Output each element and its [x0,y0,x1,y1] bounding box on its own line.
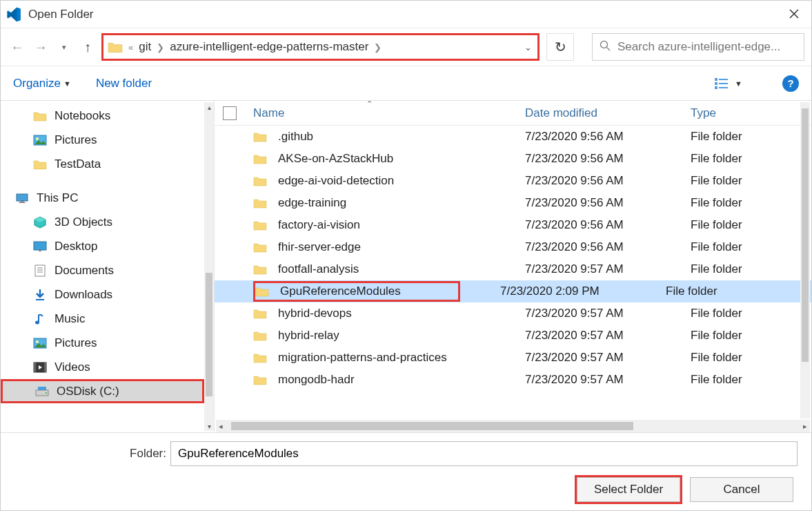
file-type: File folder [691,373,811,387]
select-all-checkbox[interactable] [223,106,237,120]
refresh-button[interactable]: ↻ [546,33,574,61]
svg-point-22 [36,340,39,343]
nav-item-videos[interactable]: Videos [1,355,204,379]
nav-item-3d-objects[interactable]: 3D Objects [1,210,204,234]
file-row[interactable]: factory-ai-vision7/23/2020 9:56 AMFile f… [215,214,811,236]
file-date: 7/23/2020 9:56 AM [525,152,691,166]
file-row[interactable]: mongodb-hadr7/23/2020 9:57 AMFile folder [215,369,811,391]
file-date: 7/23/2020 2:09 PM [500,285,666,298]
breadcrumb-part-0[interactable]: git [135,40,155,54]
scroll-left-icon[interactable]: ◂ [216,422,226,431]
svg-point-0 [601,41,608,48]
nav-item-label: 3D Objects [55,215,112,229]
file-name: fhir-server-edge [278,240,525,254]
file-row[interactable]: hybrid-relay7/23/2020 9:57 AMFile folder [215,325,811,347]
close-button[interactable] [782,3,806,25]
file-date: 7/23/2020 9:56 AM [525,130,691,144]
nav-item-documents[interactable]: Documents [1,258,204,282]
folder-icon [253,197,267,209]
file-name: factory-ai-vision [278,218,525,232]
select-folder-button[interactable]: Select Folder [577,477,680,502]
file-type: File folder [691,240,811,254]
nav-item-testdata[interactable]: TestData [1,152,204,176]
nav-row: ← → ▾ ↑ « git ❯ azure-intelligent-edge-p… [1,28,811,66]
organize-label: Organize [13,77,61,90]
svg-rect-25 [44,363,46,372]
svg-point-27 [46,392,47,394]
nav-item-this-pc[interactable]: This PC [1,186,204,210]
nav-item-label: Music [55,312,85,326]
help-button[interactable]: ? [782,75,799,92]
file-name: .github [278,130,525,144]
breadcrumb-dropdown[interactable]: ⌄ [524,42,532,52]
videos-icon [32,360,48,374]
file-list-pane: Name ⌃ Date modified Type .github7/23/20… [215,101,811,432]
nav-item-label: Documents [55,264,114,278]
breadcrumb-overflow[interactable]: « [127,42,135,52]
file-row[interactable]: hybrid-devops7/23/2020 9:57 AMFile folde… [215,302,811,325]
nav-item-pictures[interactable]: Pictures [1,331,204,355]
file-row[interactable]: fhir-server-edge7/23/2020 9:56 AMFile fo… [215,236,811,258]
file-row[interactable]: AKSe-on-AzStackHub7/23/2020 9:56 AMFile … [215,148,811,170]
chevron-right-icon[interactable]: ❯ [155,42,166,52]
file-type: File folder [691,130,811,144]
breadcrumb[interactable]: « git ❯ azure-intelligent-edge-patterns-… [101,33,539,61]
breadcrumb-part-1[interactable]: azure-intelligent-edge-patterns-master [166,40,373,54]
downloads-icon [32,288,48,302]
folder-icon [32,157,48,171]
list-vscroll-thumb[interactable] [802,108,809,361]
nav-recent-button[interactable]: ▾ [55,37,74,57]
nav-item-desktop[interactable]: Desktop [1,234,204,258]
chevron-right-icon[interactable]: ❯ [373,42,383,52]
file-type: File folder [691,262,811,276]
column-type[interactable]: Type [691,106,811,120]
nav-scrollbar[interactable]: ▴ ▾ [204,102,214,431]
nav-item-label: Pictures [55,133,97,147]
organize-button[interactable]: Organize ▼ [13,77,71,90]
scroll-up-icon[interactable]: ▴ [204,102,214,112]
file-name: migration-patterns-and-practices [278,351,525,365]
scroll-right-icon[interactable]: ▸ [800,422,810,431]
nav-item-notebooks[interactable]: Notebooks [1,104,204,128]
nav-scroll-thumb[interactable] [206,273,212,396]
folder-input[interactable] [170,441,798,466]
folder-icon [253,330,267,341]
view-options-button[interactable]: ▼ [714,77,742,90]
svg-rect-6 [715,86,717,89]
file-date: 7/23/2020 9:57 AM [525,373,691,387]
nav-up-button[interactable]: ↑ [78,37,97,57]
cancel-button[interactable]: Cancel [690,477,793,502]
folder-icon [253,175,267,186]
nav-item-pictures[interactable]: Pictures [1,128,204,152]
folder-icon [253,220,267,231]
nav-back-button: ← [8,37,27,57]
file-row[interactable]: edge-training7/23/2020 9:56 AMFile folde… [215,192,811,214]
toolbar: Organize ▼ New folder ▼ ? [1,66,811,101]
svg-point-9 [36,137,39,140]
file-type: File folder [691,174,811,188]
file-row[interactable]: edge-ai-void-detection7/23/2020 9:56 AMF… [215,170,811,192]
file-row[interactable]: .github7/23/2020 9:56 AMFile folder [215,126,811,148]
file-row[interactable]: GpuReferenceModules7/23/2020 2:09 PMFile… [215,280,811,302]
nav-item-music[interactable]: Music [1,307,204,331]
list-vscrollbar[interactable] [800,102,810,418]
nav-forward-button: → [31,37,50,57]
nav-item-osdisk-c-[interactable]: OSDisk (C:) [1,379,204,403]
nav-item-downloads[interactable]: Downloads [1,282,204,307]
list-hscrollbar[interactable]: ◂ ▸ [216,420,810,432]
file-row[interactable]: migration-patterns-and-practices7/23/202… [215,347,811,369]
scroll-down-icon[interactable]: ▾ [204,421,214,431]
search-input[interactable] [616,39,797,55]
new-folder-button[interactable]: New folder [96,77,152,90]
3d-icon [32,215,48,229]
file-type: File folder [691,329,811,343]
list-hscroll-thumb[interactable] [231,422,633,430]
nav-item-label: Desktop [55,240,97,253]
column-date[interactable]: Date modified [525,106,691,120]
file-type: File folder [691,196,811,210]
column-name[interactable]: Name ⌃ [253,106,525,120]
search-box[interactable] [592,33,804,61]
svg-rect-10 [17,194,28,201]
file-row[interactable]: footfall-analysis7/23/2020 9:57 AMFile f… [215,258,811,280]
file-name: GpuReferenceModules [280,285,401,298]
